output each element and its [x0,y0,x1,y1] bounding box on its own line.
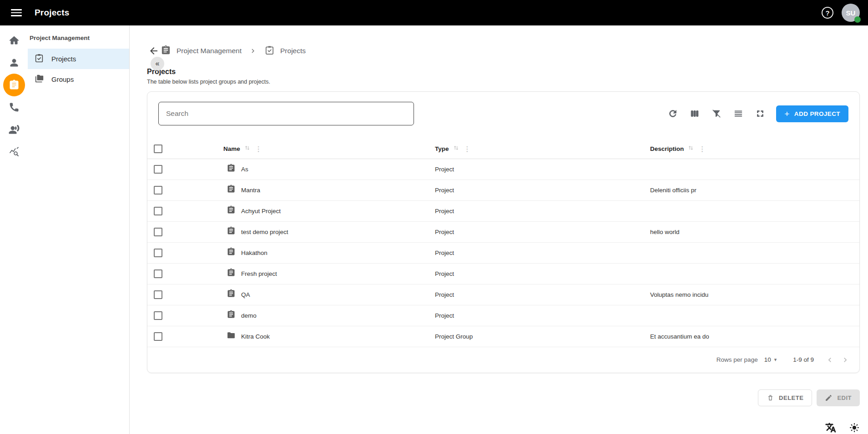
columns-icon[interactable] [687,106,702,121]
clipboard-check-icon [264,45,275,57]
delete-button[interactable]: DELETE [758,389,812,406]
column-header-type: Type [435,145,449,152]
row-checkbox[interactable] [154,332,162,341]
table-row[interactable]: Fresh project Project [147,263,859,284]
pagination-range: 1-9 of 9 [793,356,814,363]
row-name: Kitra Cook [241,333,270,340]
sort-icon[interactable] [244,145,251,153]
chevron-right-icon [249,47,257,55]
page-title: Projects [147,68,860,76]
column-menu-icon[interactable]: ⋮ [254,145,263,153]
project-icon [227,164,236,175]
voice-agent-icon[interactable] [3,118,25,140]
row-checkbox[interactable] [154,228,162,236]
breadcrumb-item-project-management[interactable]: Project Management [161,45,242,57]
row-description: Deleniti officiis pr [650,187,696,194]
table-row[interactable]: demo Project [147,305,859,326]
row-description: Voluptas nemo incidu [650,291,708,298]
search-input[interactable] [158,102,414,125]
home-icon[interactable] [3,29,25,51]
avatar[interactable]: SU [842,4,860,22]
row-description: Et accusantium ea do [650,333,709,340]
brightness-icon[interactable] [848,421,861,434]
row-name: Achyut Project [241,208,281,215]
table-row[interactable]: As Project [147,159,859,180]
breadcrumb-label: Project Management [177,47,242,55]
caret-down-icon: ▾ [774,357,777,363]
delete-label: DELETE [779,394,803,401]
row-description: hello world [650,229,680,235]
table-row[interactable]: Hakathon Project [147,242,859,263]
project-management-icon[interactable] [3,74,25,96]
table-row[interactable]: test demo project Project hello world [147,221,859,242]
project-icon [227,310,236,321]
sort-icon[interactable] [687,145,694,153]
folders-icon [34,74,44,85]
sidebar-item-groups[interactable]: Groups [28,69,129,90]
sidebar: Project Management Projects Groups « [28,25,130,434]
row-type: Project [435,312,454,319]
row-type: Project [435,208,454,215]
trash-icon [767,394,774,402]
column-header-description: Description [650,145,684,152]
project-icon [227,289,236,300]
row-name: test demo project [241,229,288,235]
filter-off-icon[interactable] [709,106,724,121]
menu-icon[interactable] [11,7,22,18]
fullscreen-icon[interactable] [752,106,768,121]
row-name: Fresh project [241,270,277,277]
row-checkbox[interactable] [154,186,162,195]
sidebar-item-projects[interactable]: Projects [28,49,129,69]
row-type: Project [435,166,454,173]
refresh-icon[interactable] [665,106,681,121]
rows-per-page-label: Rows per page [717,356,758,363]
help-icon[interactable]: ? [822,7,833,19]
back-icon[interactable] [147,44,161,58]
select-all-checkbox[interactable] [154,145,162,153]
project-icon [227,185,236,195]
rows-per-page-select[interactable]: 10 ▾ [764,356,777,363]
top-app-bar: Projects ? SU [0,0,868,25]
column-menu-icon[interactable]: ⋮ [698,145,707,153]
column-menu-icon[interactable]: ⋮ [463,145,472,153]
breadcrumb-item-projects[interactable]: Projects [264,45,306,57]
project-icon [227,268,236,279]
table-pagination: Rows per page 10 ▾ 1-9 of 9 [147,347,859,373]
row-checkbox[interactable] [154,290,162,299]
row-checkbox[interactable] [154,311,162,320]
phone-icon[interactable] [3,96,25,118]
row-checkbox[interactable] [154,165,162,174]
table-row[interactable]: QA Project Voluptas nemo incidu [147,284,859,305]
row-type: Project [435,249,454,256]
previous-page-icon[interactable] [824,354,836,366]
row-name: Mantra [241,187,260,194]
analytics-icon[interactable] [3,140,25,163]
sidebar-header: Project Management [28,35,129,49]
online-status-dot [854,16,861,23]
row-type: Project [435,270,454,277]
clipboard-icon [161,45,171,57]
projects-table: Name ⋮ Type ⋮ Description ⋮ [147,140,859,347]
row-checkbox[interactable] [154,249,162,257]
edit-button[interactable]: EDIT [817,389,860,406]
contacts-icon[interactable] [3,51,25,74]
sort-icon[interactable] [453,145,459,153]
table-row[interactable]: Kitra Cook Project Group Et accusantium … [147,326,859,347]
row-type: Project [435,229,454,235]
page-subtitle: The table below lists project groups and… [147,79,860,85]
app-title: Projects [35,8,70,18]
collapse-sidebar-icon[interactable]: « [151,57,164,70]
translate-icon[interactable] [824,421,837,434]
row-checkbox[interactable] [154,207,162,215]
table-row[interactable]: Mantra Project Deleniti officiis pr [147,180,859,200]
density-icon[interactable] [731,106,746,121]
row-type: Project [435,291,454,298]
edit-label: EDIT [837,394,852,401]
row-checkbox[interactable] [154,269,162,278]
add-project-button[interactable]: + ADD PROJECT [776,105,848,122]
next-page-icon[interactable] [839,354,851,366]
column-header-name: Name [223,145,240,152]
icon-rail [0,25,28,434]
breadcrumb: Project Management Projects [147,44,860,58]
table-row[interactable]: Achyut Project Project [147,200,859,221]
